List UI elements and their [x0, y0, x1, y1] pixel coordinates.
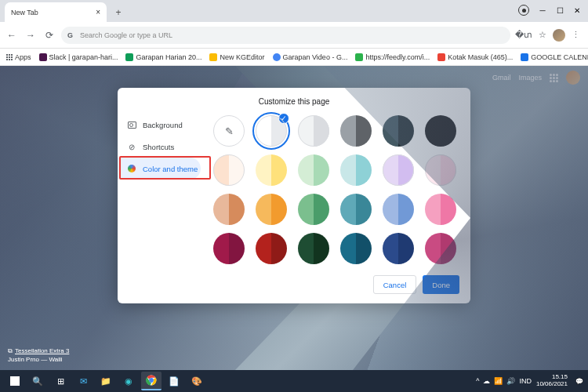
color-swatch[interactable]: ✓: [256, 115, 287, 147]
search-provider-icon: G: [67, 31, 75, 39]
color-swatch[interactable]: [340, 194, 372, 225]
notifications-icon[interactable]: 💬: [575, 378, 583, 385]
bookmark-item[interactable]: GOOGLE CALENDAR: [521, 53, 588, 61]
taskbar-app-mail[interactable]: ✉: [73, 372, 93, 390]
check-icon: ✓: [278, 113, 289, 124]
customize-dialog: Customize this page Background ⊘ Shortcu…: [118, 88, 470, 303]
color-swatch[interactable]: [425, 194, 456, 225]
back-button[interactable]: ←: [5, 28, 19, 42]
sidebar-item-shortcuts[interactable]: ⊘ Shortcuts: [118, 136, 205, 158]
minimize-button[interactable]: ─: [535, 3, 550, 17]
task-view-button[interactable]: ⊞: [50, 372, 71, 390]
bookmark-bar: Apps Slack | garapan-hari... Garapan Har…: [0, 49, 588, 66]
google-icon: [273, 53, 281, 61]
background-credit[interactable]: ⧉Tessellation Extra 3 Justin Prno — Wall…: [8, 347, 69, 364]
color-swatch[interactable]: [340, 154, 372, 186]
google-apps-icon[interactable]: [550, 74, 558, 82]
browser-tab[interactable]: New Tab ×: [5, 2, 107, 22]
bookmark-item[interactable]: Slack | garapan-hari...: [39, 53, 118, 61]
color-swatch[interactable]: [425, 154, 456, 186]
color-swatch[interactable]: [298, 154, 329, 186]
bookmark-item[interactable]: https://feedly.com/i...: [355, 53, 430, 61]
color-swatch[interactable]: [383, 233, 414, 264]
color-swatch[interactable]: [213, 233, 245, 264]
apps-icon: [6, 54, 13, 60]
gmail-icon: [437, 53, 445, 61]
maximize-button[interactable]: ☐: [552, 3, 568, 17]
apps-shortcut[interactable]: Apps: [6, 53, 31, 61]
color-swatch[interactable]: [298, 233, 329, 264]
color-swatch[interactable]: [383, 115, 414, 147]
close-tab-icon[interactable]: ×: [96, 8, 100, 16]
link-icon: ⧉: [8, 347, 13, 355]
editor-icon: [209, 53, 217, 61]
bookmark-item[interactable]: New KGEditor: [209, 53, 264, 61]
feedly-icon: [355, 53, 363, 61]
account-avatar[interactable]: [566, 71, 580, 85]
address-placeholder: Search Google or type a URL: [80, 31, 172, 39]
taskbar-app-paint[interactable]: 🎨: [187, 372, 207, 390]
color-swatch-grid: ✎✓: [205, 111, 470, 269]
link-icon: ⊘: [127, 142, 136, 151]
sidebar-item-color-theme[interactable]: Color and theme: [118, 158, 201, 180]
palette-icon: [127, 164, 136, 173]
color-swatch[interactable]: [383, 154, 414, 186]
slack-icon: [39, 53, 47, 61]
sidebar-item-background[interactable]: Background: [118, 114, 205, 136]
image-icon: [127, 120, 136, 129]
color-swatch[interactable]: [425, 115, 456, 147]
done-button[interactable]: Done: [423, 275, 459, 294]
profile-avatar[interactable]: [553, 29, 565, 42]
tray-wifi-icon[interactable]: 📶: [494, 377, 503, 385]
color-swatch[interactable]: [340, 115, 372, 147]
media-indicator[interactable]: [517, 3, 533, 17]
reload-button[interactable]: ⟳: [42, 28, 56, 42]
taskbar: 🔍 ⊞ ✉ 📁 ◉ 📄 🎨 ^ ☁ 📶 🔊 IND 15.15 10/06/20…: [0, 370, 588, 392]
start-button[interactable]: [5, 372, 25, 390]
bookmark-item[interactable]: Kotak Masuk (465)...: [437, 53, 513, 61]
sheets-icon: [125, 53, 133, 61]
dialog-title: Customize this page: [118, 88, 470, 111]
bookmark-item[interactable]: Garapan Harian 20...: [125, 53, 201, 61]
color-swatch[interactable]: [383, 194, 414, 225]
taskbar-clock[interactable]: 15.15 10/06/2021: [536, 374, 571, 388]
new-tab-page: Gmail Images Customize this page Backgro…: [0, 66, 588, 370]
bookmark-item[interactable]: Garapan Video - G...: [273, 53, 348, 61]
search-button[interactable]: 🔍: [27, 372, 48, 390]
color-swatch[interactable]: [256, 233, 287, 264]
new-tab-button[interactable]: +: [111, 5, 126, 20]
taskbar-app-chrome[interactable]: [141, 372, 162, 390]
svg-point-1: [149, 378, 154, 383]
address-bar[interactable]: G Search Google or type a URL: [61, 27, 510, 44]
taskbar-app-edge[interactable]: ◉: [118, 372, 139, 390]
color-swatch[interactable]: [213, 154, 245, 186]
cancel-button[interactable]: Cancel: [373, 275, 417, 294]
tray-cloud-icon[interactable]: ☁: [483, 377, 490, 385]
forward-button[interactable]: →: [24, 28, 38, 42]
tab-title: New Tab: [11, 9, 38, 16]
color-picker-swatch[interactable]: ✎: [213, 115, 245, 147]
taskbar-app-explorer[interactable]: 📁: [96, 372, 116, 390]
color-swatch[interactable]: [256, 194, 287, 225]
color-swatch[interactable]: [256, 154, 287, 186]
calendar-icon: [521, 53, 528, 61]
color-swatch[interactable]: [425, 233, 456, 264]
close-window-button[interactable]: ✕: [569, 3, 585, 17]
color-swatch[interactable]: [213, 194, 245, 225]
gmail-link[interactable]: Gmail: [492, 74, 511, 82]
taskbar-app-notes[interactable]: 📄: [164, 372, 184, 390]
tray-volume-icon[interactable]: 🔊: [506, 377, 515, 385]
share-icon[interactable]: �տ: [515, 30, 532, 40]
pencil-icon: ✎: [213, 115, 245, 147]
color-swatch[interactable]: [340, 233, 372, 264]
dialog-sidebar: Background ⊘ Shortcuts Color and theme: [118, 111, 205, 269]
color-swatch[interactable]: [298, 194, 329, 225]
tray-chevron-icon[interactable]: ^: [476, 377, 479, 385]
images-link[interactable]: Images: [518, 74, 542, 82]
color-swatch[interactable]: [298, 115, 329, 147]
bookmark-star-icon[interactable]: ☆: [539, 30, 546, 40]
menu-icon[interactable]: ⋮: [572, 30, 580, 40]
tray-language[interactable]: IND: [519, 377, 532, 385]
